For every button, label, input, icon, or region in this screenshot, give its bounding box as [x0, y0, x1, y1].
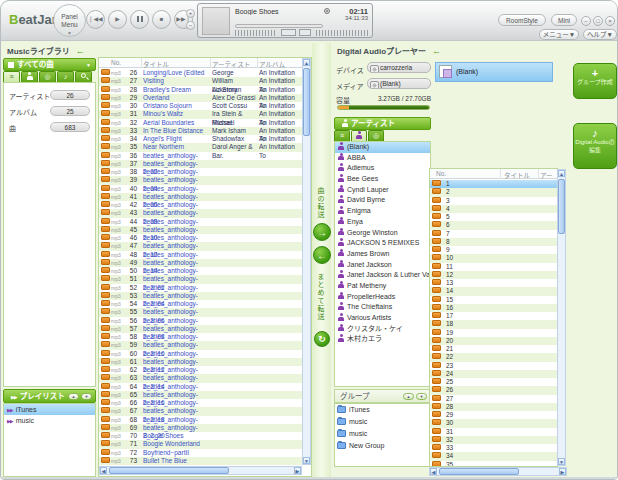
transfer-to-device-button[interactable]: →: [313, 223, 331, 241]
device-field[interactable]: carrozzeria: [367, 62, 431, 73]
back-arrow-icon[interactable]: ←: [432, 46, 441, 56]
device-track-hscrollbar[interactable]: ◀ ▶: [429, 467, 567, 476]
device-track-row[interactable]: 13: [430, 279, 557, 287]
artist-item[interactable]: Enigma: [335, 206, 430, 217]
table-row[interactable]: mp368beatles_anthology-2_2_19: [99, 416, 302, 424]
artist-item[interactable]: 木村カエラ: [335, 334, 430, 345]
tab-artist-view[interactable]: [21, 71, 38, 82]
table-row[interactable]: mp354beatles_anthology-2_2_05: [99, 300, 302, 308]
table-row[interactable]: mp373Bullet The Blue Sky190X: [99, 457, 302, 465]
scroll-down-arrow[interactable]: ▼: [558, 458, 565, 465]
device-track-row[interactable]: 16: [430, 304, 557, 312]
edit-digital-audio-button[interactable]: ♪ Digital Audioの編集: [573, 123, 617, 169]
col-no[interactable]: No.: [111, 59, 121, 66]
device-track-row[interactable]: 1: [430, 180, 557, 188]
device-track-row[interactable]: 24: [430, 370, 557, 378]
device-track-row[interactable]: 3: [430, 197, 557, 205]
device-track-row[interactable]: 18: [430, 320, 557, 328]
table-row[interactable]: mp339beatles_anthology-2_04: [99, 176, 302, 184]
device-track-row[interactable]: 28: [430, 403, 557, 411]
media-field[interactable]: (Blank): [367, 78, 431, 89]
table-row[interactable]: mp350beatles_anthology-2_2_01: [99, 267, 302, 275]
artist-item[interactable]: ABBA: [335, 153, 430, 164]
scroll-right-arrow[interactable]: ▶: [559, 468, 566, 475]
volume-up-button[interactable]: +: [186, 9, 195, 18]
table-row[interactable]: mp353beatles_anthology-2_2_04: [99, 292, 302, 300]
maximize-button[interactable]: □: [593, 16, 603, 26]
table-row[interactable]: mp340beatles_anthology-2_05: [99, 185, 302, 193]
roomstyle-button[interactable]: RoomStyle: [498, 14, 546, 26]
artist-item[interactable]: クリスタル・ケイ: [335, 324, 430, 335]
tab-search-view[interactable]: [75, 71, 92, 82]
table-row[interactable]: mp348beatles_anthology-2_13: [99, 251, 302, 259]
table-row[interactable]: mp359beatles_anthology-2_2_10: [99, 341, 302, 349]
table-row[interactable]: mp363beatles_anthology-2_2_14: [99, 374, 302, 382]
seek-bar[interactable]: [235, 24, 323, 28]
tab-song-view[interactable]: ♪: [57, 71, 74, 82]
table-row[interactable]: mp329OverlandAlex De GrassiAn Invitation…: [99, 94, 302, 102]
device-track-row[interactable]: 15: [430, 296, 557, 304]
artist-item[interactable]: Enya: [335, 217, 430, 228]
table-row[interactable]: mp327VisitingWilliam AckermanAn Invitati…: [99, 77, 302, 85]
scroll-down-arrow[interactable]: ▼: [303, 457, 310, 464]
collapse-down-button[interactable]: ▼: [81, 393, 92, 400]
device-track-row[interactable]: 31: [430, 428, 557, 436]
device-track-row[interactable]: 27: [430, 395, 557, 403]
table-row[interactable]: mp334Angel's FlightShadowfaxAn Invitatio…: [99, 135, 302, 143]
tab-album-view[interactable]: ◎: [39, 71, 56, 82]
device-track-row[interactable]: 25: [430, 378, 557, 386]
pause-button[interactable]: [130, 10, 149, 29]
table-row[interactable]: mp371Boogie Wonderland: [99, 440, 302, 448]
table-row[interactable]: mp372Boyfriend−partII: [99, 449, 302, 457]
scroll-thumb[interactable]: [439, 468, 519, 475]
col-no[interactable]: No.: [436, 170, 446, 177]
selected-media-item[interactable]: (Blank): [435, 62, 553, 82]
table-row[interactable]: mp331Minou's WaltzIra Stein & Russel.An …: [99, 110, 302, 118]
device-track-row[interactable]: 30: [430, 419, 557, 427]
artist-item[interactable]: Janet Jackson & Luther Vandross: [335, 270, 430, 281]
scroll-thumb[interactable]: [558, 179, 565, 234]
group-item[interactable]: New Group: [335, 440, 430, 452]
device-track-row[interactable]: 9: [430, 246, 557, 254]
help-button[interactable]: ヘルプ▼: [583, 29, 617, 40]
device-track-row[interactable]: 2: [430, 188, 557, 196]
artist-item[interactable]: JACKSON 5 REMIXES: [335, 238, 430, 249]
minimize-button[interactable]: –: [581, 16, 591, 26]
table-row[interactable]: mp347beatles_anthology-2_12: [99, 242, 302, 250]
device-track-row[interactable]: 26: [430, 386, 557, 394]
table-row[interactable]: mp328Bradley's DreamLiz StoryAn Invitati…: [99, 86, 302, 94]
play-button[interactable]: ▶: [108, 10, 127, 29]
device-track-row[interactable]: 20: [430, 337, 557, 345]
artist-item[interactable]: Various Artists: [335, 313, 430, 324]
device-track-row[interactable]: 11: [430, 263, 557, 271]
table-row[interactable]: mp342beatles_anthology-2_07: [99, 201, 302, 209]
artist-item[interactable]: David Byrne: [335, 195, 430, 206]
device-track-row[interactable]: 33: [430, 444, 557, 452]
library-filter-bar[interactable]: すべての曲 ▼: [3, 58, 96, 71]
scroll-thumb[interactable]: [109, 467, 229, 474]
table-row[interactable]: mp338beatles_anthology-2_03: [99, 168, 302, 176]
device-track-row[interactable]: 23: [430, 362, 557, 370]
table-row[interactable]: mp336beatles_anthology-2_01: [99, 152, 302, 160]
group-up-button[interactable]: ▲: [403, 393, 414, 400]
table-row[interactable]: mp358beatles_anthology-2_2_09: [99, 333, 302, 341]
table-row[interactable]: mp345beatles_anthology-2_10: [99, 226, 302, 234]
table-row[interactable]: mp330Oristano SojournScott CossuAn Invit…: [99, 102, 302, 110]
table-row[interactable]: mp337beatles_anthology-2_02: [99, 160, 302, 168]
table-row[interactable]: mp367beatles_anthology-2_2_18: [99, 407, 302, 415]
col-title[interactable]: タイトル: [143, 59, 169, 69]
table-row[interactable]: mp356beatles_anthology-2_2_07: [99, 317, 302, 325]
device-track-row[interactable]: 35: [430, 461, 557, 467]
tab-device-list-view[interactable]: ≡: [334, 130, 350, 141]
artist-item[interactable]: (Blank): [335, 142, 430, 153]
device-track-row[interactable]: 7: [430, 230, 557, 238]
table-row[interactable]: mp364beatles_anthology-2_2_15: [99, 383, 302, 391]
device-track-row[interactable]: 21: [430, 345, 557, 353]
table-row[interactable]: mp365beatles_anthology-2_2_16: [99, 391, 302, 399]
transfer-from-device-button[interactable]: ←: [313, 246, 331, 264]
mini-button[interactable]: Mini: [551, 14, 577, 26]
scroll-up-arrow[interactable]: ▲: [303, 59, 310, 66]
device-track-row[interactable]: 17: [430, 312, 557, 320]
table-row[interactable]: mp370Boogie Shoes: [99, 432, 302, 440]
table-row[interactable]: mp362beatles_anthology-2_2_13: [99, 366, 302, 374]
